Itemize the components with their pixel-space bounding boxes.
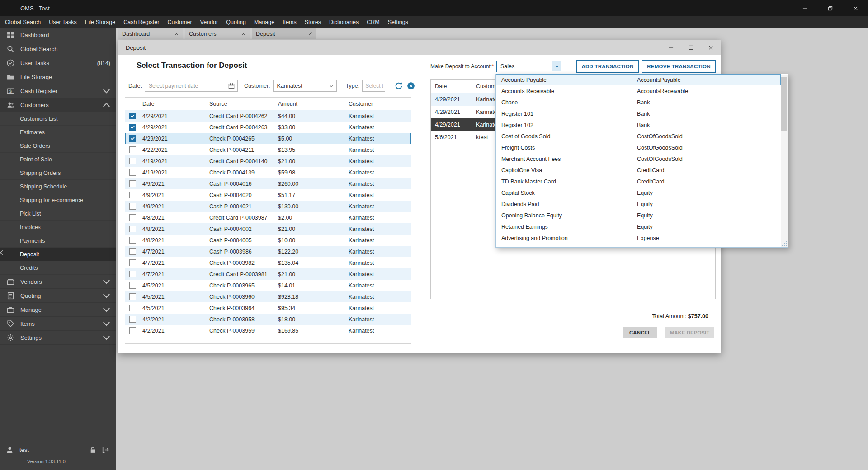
dropdown-scrollbar[interactable] <box>781 75 788 247</box>
row-checkbox[interactable] <box>129 158 136 164</box>
tab-close-icon[interactable] <box>175 32 179 36</box>
tab-customers[interactable]: Customers <box>185 28 250 39</box>
menu-item-manage[interactable]: Manage <box>250 16 278 28</box>
sidebar-subitem-pick-list[interactable]: Pick List <box>0 207 116 221</box>
menu-item-cash-register[interactable]: Cash Register <box>119 16 163 28</box>
transaction-row[interactable]: 4/9/2021Cash P-0004021$130.00Karinatest <box>125 201 411 212</box>
transaction-row[interactable]: 4/8/2021Credit Card P-0003987$2.00Karina… <box>125 212 411 223</box>
tab-dashboard[interactable]: Dashboard <box>118 28 183 39</box>
tab-deposit[interactable]: Deposit <box>252 28 316 39</box>
row-checkbox[interactable] <box>129 226 136 232</box>
row-checkbox[interactable] <box>129 316 136 323</box>
customer-filter-select[interactable]: Karinatest <box>273 80 337 92</box>
account-option-opening-balance-equity[interactable]: Opening Balance EquityEquity <box>496 210 781 221</box>
account-option-accounts-receivable[interactable]: Accounts ReceivableAccountsReceivable <box>496 85 781 97</box>
sidebar-subitem-shipping-for-e-commerce[interactable]: Shipping for e-commerce <box>0 193 116 207</box>
transaction-row[interactable]: 4/29/2021Check P-0004265$5.00Karinatest <box>125 133 411 144</box>
sidebar-item-manage[interactable]: Manage <box>0 303 116 317</box>
logout-icon[interactable] <box>102 446 109 454</box>
transaction-row[interactable]: 4/5/2021Check P-0003964$95.34Karinatest <box>125 302 411 314</box>
dialog-minimize-button[interactable] <box>661 40 681 55</box>
row-checkbox[interactable] <box>129 214 136 221</box>
menu-item-stores[interactable]: Stores <box>301 16 325 28</box>
sidebar-item-settings[interactable]: Settings <box>0 331 116 345</box>
column-header-amount[interactable]: Amount <box>275 101 346 107</box>
menu-item-file-storage[interactable]: File Storage <box>81 16 119 28</box>
sidebar-item-vendors[interactable]: Vendors <box>0 275 116 289</box>
transaction-row[interactable]: 4/2/2021Check P-0003959$169.85Karinatest <box>125 325 411 336</box>
menu-item-customer[interactable]: Customer <box>163 16 196 28</box>
row-checkbox[interactable] <box>129 203 136 210</box>
account-select[interactable]: Sales <box>496 61 562 72</box>
sidebar-item-quoting[interactable]: Quoting <box>0 289 116 303</box>
sidebar-item-dashboard[interactable]: Dashboard <box>0 28 116 42</box>
add-transaction-button[interactable]: ADD TRANSACTION <box>576 60 639 73</box>
row-checkbox[interactable] <box>129 146 136 153</box>
type-filter-input[interactable] <box>362 80 385 92</box>
transaction-row[interactable]: 4/7/2021Credit Card P-0003981$21.00Karin… <box>125 268 411 280</box>
sidebar-item-cash-register[interactable]: $Cash Register <box>0 84 116 98</box>
transaction-row[interactable]: 4/7/2021Check P-0003982$135.04Karinatest <box>125 257 411 268</box>
window-minimize-button[interactable] <box>792 0 817 16</box>
calendar-icon[interactable] <box>228 83 235 89</box>
menu-item-crm[interactable]: CRM <box>363 16 383 28</box>
menu-item-user-tasks[interactable]: User Tasks <box>45 16 81 28</box>
sidebar-item-user-tasks[interactable]: User Tasks(814) <box>0 56 116 70</box>
dropdown-resize-grip[interactable] <box>782 241 787 246</box>
date-input[interactable] <box>145 81 225 91</box>
transaction-row[interactable]: 4/29/2021Credit Card P-0004263$33.00Kari… <box>125 122 411 133</box>
refresh-icon[interactable] <box>395 82 403 90</box>
sidebar-collapse-icon[interactable] <box>0 249 5 256</box>
menu-item-items[interactable]: Items <box>278 16 301 28</box>
date-filter-input[interactable] <box>145 80 238 92</box>
account-option-td-bank-master-card[interactable]: TD Bank Master CardCreditCard <box>496 176 781 187</box>
transaction-row[interactable]: 4/8/2021Cash P-0004002$21.00Karinatest <box>125 223 411 235</box>
account-option-retained-earnings[interactable]: Retained EarningsEquity <box>496 221 781 232</box>
row-checkbox[interactable] <box>129 327 136 334</box>
column-header-source[interactable]: Source <box>207 101 275 107</box>
account-option-register-102[interactable]: Register 102Bank <box>496 119 781 131</box>
account-option-merchant-account-fees[interactable]: Merchant Account FeesCostOfGoodsSold <box>496 153 781 164</box>
row-checkbox[interactable] <box>129 237 136 244</box>
sidebar-subitem-shipping-schedule[interactable]: Shipping Schedule <box>0 180 116 193</box>
sidebar-item-file-storage[interactable]: File Storage <box>0 70 116 84</box>
column-header-date[interactable]: Date <box>431 83 472 89</box>
account-option-dividends-paid[interactable]: Dividends PaidEquity <box>496 198 781 210</box>
window-restore-button[interactable] <box>817 0 843 16</box>
sidebar-item-global-search[interactable]: Global Search <box>0 42 116 56</box>
row-checkbox[interactable] <box>129 293 136 300</box>
account-option-cost-of-goods-sold[interactable]: Cost of Goods SoldCostOfGoodsSold <box>496 131 781 142</box>
row-checkbox[interactable] <box>129 192 136 198</box>
sidebar-subitem-deposit[interactable]: Deposit <box>0 248 116 261</box>
window-close-button[interactable] <box>843 0 868 16</box>
sidebar-subitem-customers-list[interactable]: Customers List <box>0 112 116 126</box>
row-checkbox[interactable] <box>129 259 136 266</box>
column-header-customer[interactable]: Customer <box>346 101 411 107</box>
make-deposit-button[interactable]: MAKE DEPOSIT <box>665 327 714 338</box>
row-checkbox[interactable] <box>129 135 136 142</box>
account-select-arrow[interactable] <box>552 61 561 71</box>
row-checkbox[interactable] <box>129 305 136 311</box>
transaction-row[interactable]: 4/19/2021Check P-0004139$59.98Karinatest <box>125 167 411 178</box>
clear-filter-icon[interactable] <box>407 82 415 90</box>
sidebar-subitem-payments[interactable]: Payments <box>0 234 116 248</box>
row-checkbox[interactable] <box>129 169 136 176</box>
sidebar-subitem-estimates[interactable]: Estimates <box>0 126 116 139</box>
account-option-amortization-expense[interactable]: Amortization ExpenseExpense <box>496 244 781 247</box>
row-checkbox[interactable] <box>129 248 136 255</box>
transaction-row[interactable]: 4/19/2021Credit Card P-0004140$21.00Kari… <box>125 155 411 167</box>
sidebar-item-items[interactable]: Items <box>0 317 116 331</box>
column-header-date[interactable]: Date <box>140 101 207 107</box>
transaction-row[interactable]: 4/7/2021Cash P-0003986$122.20Karinatest <box>125 246 411 257</box>
tab-close-icon[interactable] <box>241 32 245 36</box>
row-checkbox[interactable] <box>129 282 136 289</box>
account-option-capitolone-visa[interactable]: CapitolOne VisaCreditCard <box>496 164 781 176</box>
account-option-freight-costs[interactable]: Freight CostsCostOfGoodsSold <box>496 142 781 153</box>
type-input[interactable] <box>363 81 383 91</box>
menu-item-dictionaries[interactable]: Dictionaries <box>325 16 363 28</box>
transaction-row[interactable]: 4/8/2021Cash P-0004005$10.00Karinatest <box>125 235 411 246</box>
menu-item-quoting[interactable]: Quoting <box>222 16 250 28</box>
sidebar-item-customers[interactable]: Customers <box>0 98 116 112</box>
transaction-row[interactable]: 4/9/2021Cash P-0004016$260.00Karinatest <box>125 178 411 189</box>
sidebar-subitem-shipping-orders[interactable]: Shipping Orders <box>0 166 116 180</box>
